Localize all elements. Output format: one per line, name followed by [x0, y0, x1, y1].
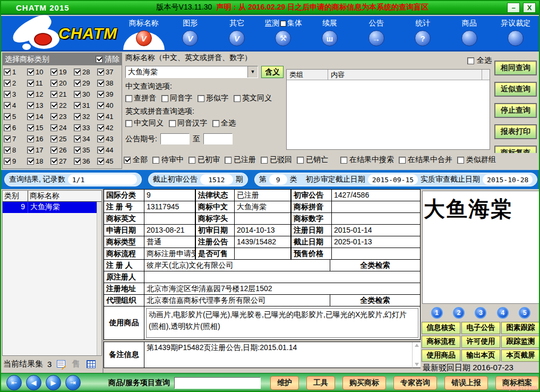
class-option-25[interactable]: 25 [50, 133, 74, 144]
previous-page-icon[interactable]: ◀ [26, 375, 41, 390]
class-option-40[interactable]: 40 [97, 100, 121, 111]
status-option-4[interactable]: 已注册 [225, 155, 256, 165]
menu-item-2[interactable]: 图形V [167, 16, 214, 50]
class-checkbox-25[interactable] [50, 135, 57, 142]
gazette-from-input[interactable] [160, 133, 190, 144]
bottom-button-5[interactable]: 错误上报 [444, 376, 488, 390]
page-button-1[interactable]: 1 [431, 307, 443, 319]
class-checkbox-22[interactable] [50, 102, 57, 109]
class-checkbox-40[interactable] [97, 102, 104, 109]
cn-option-2[interactable]: 同音字 [161, 93, 192, 103]
class-checkbox-43[interactable] [97, 135, 104, 142]
class-checkbox-26[interactable] [50, 147, 57, 154]
class-option-5[interactable]: 5 [4, 111, 27, 122]
class-checkbox-21[interactable] [50, 91, 57, 98]
class-option-6[interactable]: 6 [4, 122, 27, 133]
page-button-5[interactable]: 5 [519, 307, 530, 319]
class-option-44[interactable]: 44 [97, 144, 121, 156]
class-option-43[interactable]: 43 [97, 133, 121, 144]
status-checkbox-7[interactable] [340, 157, 347, 164]
status-checkbox-3[interactable] [188, 157, 195, 164]
status-option-7[interactable]: 在结果中搜索 [340, 155, 394, 165]
class-option-12[interactable]: 12 [27, 89, 50, 100]
class-option-29[interactable]: 29 [74, 78, 97, 89]
status-option-8[interactable]: 在结果中合并 [399, 155, 452, 165]
class-option-22[interactable]: 22 [50, 100, 74, 111]
edit-notes-icon[interactable] [56, 359, 66, 369]
status-option-5[interactable]: 已驳回 [261, 155, 292, 165]
class-checkbox-30[interactable] [74, 91, 81, 98]
cn-checkbox-2[interactable] [161, 95, 168, 102]
en-option-2[interactable]: 同音汉字 [169, 118, 207, 128]
menu-item-9[interactable]: 异议裁定 [493, 16, 539, 50]
list-scrollbar[interactable] [97, 202, 101, 355]
class-option-21[interactable]: 21 [50, 89, 74, 100]
status-checkbox-2[interactable] [152, 157, 159, 164]
tool-button-2[interactable]: 电子公告 [461, 322, 500, 334]
class-option-9[interactable]: 9 [4, 156, 27, 167]
cn-option-1[interactable]: 查拼音 [125, 93, 156, 103]
class-checkbox-28[interactable] [74, 69, 81, 75]
page-button-4[interactable]: 4 [497, 307, 509, 319]
last-page-icon[interactable]: ⇥ [65, 375, 81, 390]
class-option-15[interactable]: 15 [27, 122, 50, 133]
trademark-name-value[interactable]: 大鱼海棠 [126, 66, 247, 78]
class-option-14[interactable]: 14 [27, 111, 50, 122]
class-option-2[interactable]: 2 [4, 78, 27, 89]
scroll-up-icon[interactable] [415, 344, 419, 347]
class-option-17[interactable]: 17 [27, 144, 50, 156]
class-option-42[interactable]: 42 [97, 122, 121, 133]
class-checkbox-17[interactable] [27, 147, 34, 154]
class-checkbox-42[interactable] [97, 124, 104, 131]
ruler-icon[interactable]: ш [322, 30, 338, 46]
class-option-20[interactable]: 20 [50, 78, 74, 89]
class-option-33[interactable]: 33 [74, 122, 97, 133]
class-option-32[interactable]: 32 [74, 111, 97, 122]
full-class-search-link[interactable]: 全类检索 [330, 260, 421, 271]
action-button-2[interactable]: 近似查询 [494, 82, 537, 97]
class-option-19[interactable]: 19 [50, 66, 74, 78]
action-button-4[interactable]: 报表打印 [494, 124, 537, 139]
class-checkbox-9[interactable] [4, 158, 11, 165]
class-checkbox-35[interactable] [74, 147, 81, 154]
bottom-button-2[interactable]: 工具 [306, 376, 335, 390]
menu-item-8[interactable]: 商品 [446, 16, 493, 50]
en-checkbox-1[interactable] [125, 120, 132, 127]
status-checkbox-1[interactable] [124, 157, 131, 164]
action-button-3[interactable]: 停止查询 [494, 103, 537, 118]
class-option-37[interactable]: 37 [97, 66, 121, 78]
status-option-6[interactable]: 已销亡 [297, 155, 328, 165]
class-checkbox-38[interactable] [97, 80, 104, 87]
class-option-45[interactable]: 45 [97, 156, 121, 167]
class-option-30[interactable]: 30 [74, 89, 97, 100]
class-option-23[interactable]: 23 [50, 111, 74, 122]
class-checkbox-29[interactable] [74, 80, 81, 87]
arrow-icon[interactable]: → [368, 30, 384, 46]
scroll-down-icon[interactable] [415, 363, 419, 366]
class-checkbox-27[interactable] [50, 158, 57, 165]
class-checkbox-5[interactable] [4, 113, 11, 120]
class-checkbox-24[interactable] [50, 124, 57, 131]
trademark-name-combobox[interactable]: 大鱼海棠 ▼ [125, 66, 258, 78]
class-option-35[interactable]: 35 [74, 144, 97, 156]
page-button-3[interactable]: 3 [475, 307, 486, 319]
tool-button-5[interactable]: 许可使用 [461, 336, 500, 348]
class-option-39[interactable]: 39 [97, 89, 121, 100]
class-option-8[interactable]: 8 [4, 144, 27, 156]
bottom-button-3[interactable]: 购买商标 [342, 376, 386, 390]
class-checkbox-15[interactable] [27, 124, 34, 131]
class-checkbox-12[interactable] [27, 91, 34, 98]
cn-checkbox-4[interactable] [234, 95, 241, 102]
menu-item-1[interactable]: 商标名称V [121, 16, 167, 50]
class-checkbox-32[interactable] [74, 113, 81, 120]
cn-option-3[interactable]: 形似字 [198, 93, 228, 103]
class-checkbox-1[interactable] [4, 69, 11, 75]
status-option-9[interactable]: 类似群组 [457, 155, 496, 165]
status-checkbox-6[interactable] [297, 157, 304, 164]
class-option-10[interactable]: 10 [27, 66, 50, 78]
plain-icon[interactable] [461, 30, 477, 46]
clear-checkbox[interactable] [96, 56, 102, 63]
goods-search-input[interactable] [174, 377, 261, 389]
v-blue-icon[interactable]: V [229, 30, 245, 46]
first-page-icon[interactable]: ⇤ [6, 375, 22, 390]
